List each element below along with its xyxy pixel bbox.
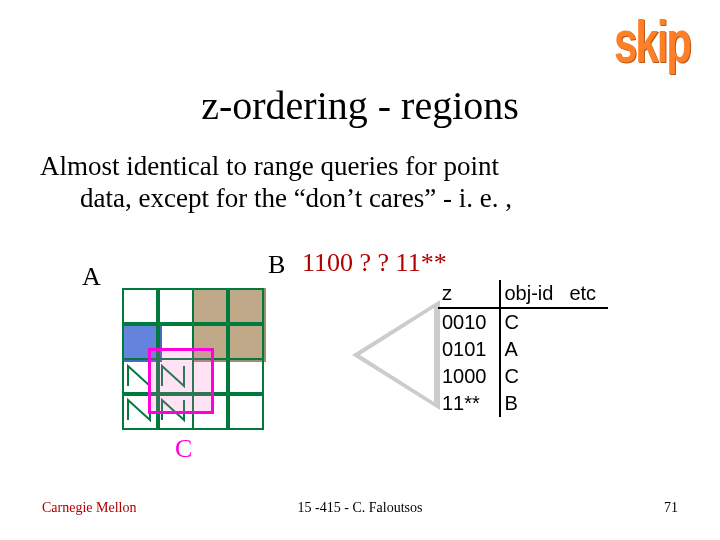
label-b: B xyxy=(268,250,285,280)
grid-cell xyxy=(156,288,194,326)
table-row: 1000C xyxy=(438,363,608,390)
grid-cell xyxy=(226,358,264,396)
footer-right: 71 xyxy=(664,500,678,516)
col-z: z xyxy=(438,280,500,308)
grid-cell xyxy=(226,392,264,430)
body-line-1: Almost identical to range queries for po… xyxy=(40,150,680,182)
table-header-row: z obj-id etc xyxy=(438,280,608,308)
z-table: z obj-id etc 0010C 0101A 1000C 11**B xyxy=(438,280,608,417)
table-row: 0010C xyxy=(438,308,608,336)
skip-stamp: skip xyxy=(614,8,690,75)
cell-obj: C xyxy=(500,363,566,390)
body-text: Almost identical to range queries for po… xyxy=(40,150,680,215)
cell-etc xyxy=(565,390,608,417)
footer-center: 15 -415 - C. Faloutsos xyxy=(0,500,720,516)
grid-cell xyxy=(192,288,230,326)
grid-diagram xyxy=(122,288,262,428)
grid-cell xyxy=(122,288,160,326)
body-line-2: data, except for the “don’t cares” - i. … xyxy=(40,182,680,214)
col-etc: etc xyxy=(565,280,608,308)
label-a: A xyxy=(82,262,101,292)
label-c: C xyxy=(175,434,192,464)
bitstring: 1100 ? ? 11** xyxy=(302,248,447,278)
cell-z: 0010 xyxy=(438,308,500,336)
slide-title: z-ordering - regions xyxy=(0,82,720,129)
cell-z: 1000 xyxy=(438,363,500,390)
grid-cell xyxy=(226,288,264,326)
cell-etc xyxy=(565,336,608,363)
region-c xyxy=(148,348,214,414)
cell-etc xyxy=(565,363,608,390)
table-row: 0101A xyxy=(438,336,608,363)
pointer-triangle-inner xyxy=(360,308,434,402)
cell-obj: A xyxy=(500,336,566,363)
cell-etc xyxy=(565,308,608,336)
cell-z: 11** xyxy=(438,390,500,417)
cell-obj: B xyxy=(500,390,566,417)
col-obj: obj-id xyxy=(500,280,566,308)
table-row: 11**B xyxy=(438,390,608,417)
cell-obj: C xyxy=(500,308,566,336)
cell-z: 0101 xyxy=(438,336,500,363)
grid-cell xyxy=(226,322,264,360)
